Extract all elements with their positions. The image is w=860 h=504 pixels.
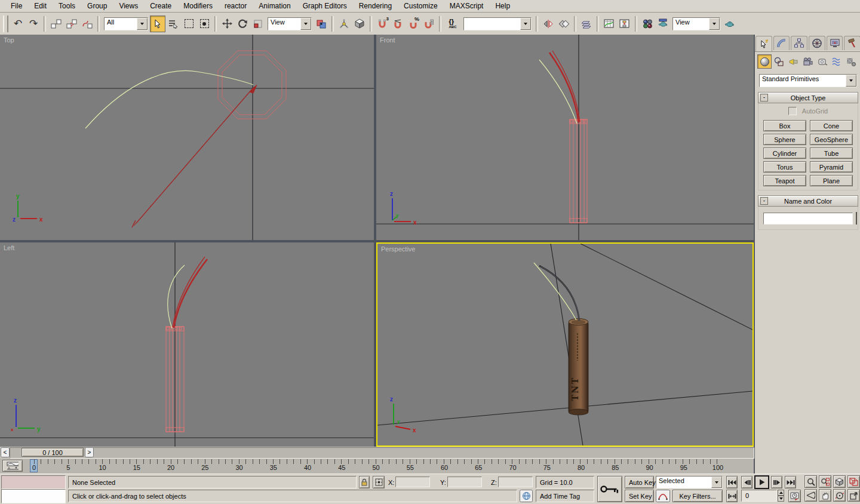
material-editor-button[interactable] (640, 16, 655, 32)
window-crossing-toggle-button[interactable] (196, 16, 212, 32)
lights-category-button[interactable] (787, 54, 801, 69)
tab-modify[interactable] (773, 36, 790, 50)
dynamite-stick[interactable]: TNT (569, 319, 588, 416)
menu-tools[interactable]: Tools (53, 1, 81, 11)
dropdown-button[interactable] (520, 18, 531, 30)
angle-snap-toggle-button[interactable] (390, 16, 406, 32)
menu-modifiers[interactable]: Modifiers (177, 1, 219, 11)
set-key-button[interactable]: Set Key (625, 490, 654, 502)
viewport-top-label[interactable]: Top (4, 36, 14, 44)
dynamite-wireframe-top[interactable] (218, 51, 286, 119)
tube-button[interactable]: Tube (810, 147, 853, 159)
spline-path-top[interactable] (85, 70, 253, 128)
time-configuration-button[interactable] (788, 490, 801, 502)
cameras-category-button[interactable] (801, 54, 815, 69)
toolbar-drag-handle[interactable] (3, 16, 8, 32)
current-frame-field[interactable]: 0 (741, 490, 777, 502)
bind-to-space-warp-button[interactable] (79, 16, 95, 32)
next-frame-button[interactable] (771, 476, 782, 488)
space-warps-category-button[interactable] (830, 54, 844, 69)
mirror-button[interactable] (540, 16, 556, 32)
menu-views[interactable]: Views (113, 1, 144, 11)
helpers-category-button[interactable] (815, 54, 830, 69)
go-to-end-button[interactable] (785, 476, 796, 488)
menu-edit[interactable]: Edit (28, 1, 53, 11)
viewport-top[interactable]: Top y z x (0, 35, 374, 240)
geosphere-button[interactable]: GeoSphere (810, 134, 853, 145)
set-keys-button[interactable] (597, 476, 622, 502)
menu-help[interactable]: Help (489, 1, 516, 11)
trackbar-ruler-labels[interactable]: 0510152025303540455055606570758085909510… (0, 459, 754, 474)
curve-editor-button[interactable] (601, 16, 617, 32)
box-button[interactable]: Box (763, 120, 806, 131)
fuse-wireframe-top[interactable] (132, 85, 257, 228)
menu-reactor[interactable]: reactor (219, 1, 253, 11)
previous-frame-button[interactable] (741, 476, 752, 488)
zoom-all-button[interactable] (819, 475, 831, 488)
x-coordinate-input[interactable] (395, 477, 430, 487)
select-and-link-button[interactable] (48, 16, 64, 32)
layer-manager-button[interactable] (579, 16, 594, 32)
named-selection-dropdown[interactable] (463, 17, 532, 30)
fuse-wireframe-front[interactable] (549, 51, 580, 122)
min-max-toggle-button[interactable] (847, 489, 860, 502)
spinner-down-button[interactable] (778, 496, 784, 502)
teapot-button[interactable]: Teapot (763, 175, 806, 186)
selection-lock-toggle[interactable] (359, 476, 370, 488)
pyramid-button[interactable]: Pyramid (810, 161, 853, 173)
zoom-extents-button[interactable] (833, 475, 846, 488)
play-animation-button[interactable] (754, 475, 769, 489)
undo-button[interactable]: ↶ (10, 16, 26, 32)
schematic-view-button[interactable] (617, 16, 632, 32)
key-mode-toggle-button[interactable] (726, 490, 738, 502)
communicate-button[interactable] (520, 490, 533, 502)
z-coordinate-input[interactable] (498, 477, 533, 487)
primitive-category-dropdown[interactable]: Standard Primitives (759, 74, 857, 87)
keyboard-shortcut-override-button[interactable] (352, 16, 367, 32)
menu-animation[interactable]: Animation (253, 1, 296, 11)
time-slider-channel[interactable] (10, 447, 754, 459)
default-tangent-button[interactable] (656, 490, 670, 502)
tab-display[interactable] (827, 36, 843, 50)
frame-spinner[interactable] (778, 490, 784, 502)
menu-create[interactable]: Create (144, 1, 177, 11)
render-type-dropdown[interactable]: View (672, 17, 720, 30)
systems-category-button[interactable] (844, 54, 859, 69)
quick-render-button[interactable] (722, 16, 738, 32)
align-button[interactable] (556, 16, 572, 32)
collapse-icon[interactable]: - (760, 197, 768, 205)
sphere-button[interactable]: Sphere (763, 134, 806, 145)
dropdown-button[interactable] (846, 75, 856, 87)
snap-toggle-button[interactable]: 3 (374, 16, 390, 32)
menu-maxscript[interactable]: MAXScript (444, 1, 490, 11)
redo-button[interactable]: ↷ (26, 16, 41, 32)
auto-key-button[interactable]: Auto Key (625, 476, 654, 488)
absolute-offset-mode-toggle[interactable] (373, 476, 385, 488)
name-and-color-rollout-header[interactable]: - Name and Color (758, 195, 858, 207)
dropdown-button[interactable] (300, 18, 311, 30)
pan-view-button[interactable] (819, 489, 831, 502)
zoom-extents-all-button[interactable] (847, 475, 860, 488)
key-filters-button[interactable]: Key Filters... (672, 490, 723, 502)
selection-filter-dropdown[interactable]: All (104, 17, 148, 30)
reference-coordinate-dropdown[interactable]: View (268, 17, 312, 30)
viewport-left[interactable]: Left z y x (0, 242, 374, 447)
autogrid-checkbox[interactable] (788, 107, 797, 115)
collapse-icon[interactable]: - (760, 94, 768, 102)
viewport-perspective[interactable]: Perspective TNT (376, 242, 754, 447)
add-time-tag-field[interactable]: Add Time Tag (536, 490, 594, 502)
viewport-perspective-label[interactable]: Perspective (381, 245, 415, 253)
dropdown-button[interactable] (709, 18, 720, 30)
edit-named-selection-sets-button[interactable]: {} ABC (444, 16, 462, 32)
cylinder-button[interactable]: Cylinder (763, 147, 806, 159)
shapes-category-button[interactable] (772, 54, 786, 69)
zoom-button[interactable] (804, 475, 817, 488)
fuse-wire-perspective[interactable] (539, 266, 579, 321)
time-slider-prev-button[interactable]: < (1, 447, 10, 457)
maxscript-mini-listener-macro-pane[interactable] (1, 475, 66, 489)
menu-customize[interactable]: Customize (398, 1, 444, 11)
spinner-up-button[interactable] (778, 490, 784, 496)
arc-rotate-button[interactable] (833, 489, 846, 502)
y-coordinate-input[interactable] (447, 477, 482, 487)
tab-hierarchy[interactable] (791, 36, 807, 50)
